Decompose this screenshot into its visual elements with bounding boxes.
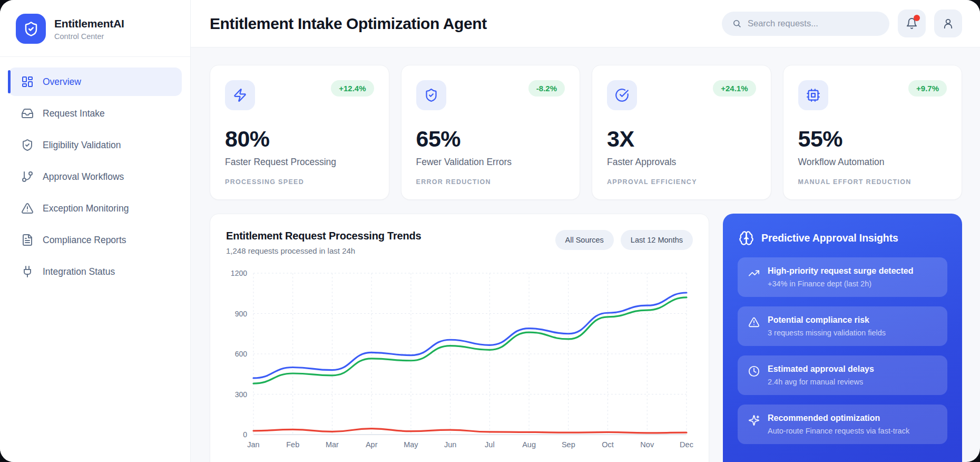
insight-item-compliance-risk[interactable]: Potential compliance risk 3 requests mis… bbox=[738, 306, 947, 346]
stat-label: Workflow Automation bbox=[798, 157, 947, 168]
top-bar: Entitlement Intake Optimization Agent bbox=[191, 0, 980, 47]
git-branch-icon bbox=[21, 170, 34, 183]
brain-icon bbox=[739, 230, 754, 246]
sidebar-item-label: Integration Status bbox=[43, 266, 115, 277]
stat-card-manual-effort: +9.7% 55% Workflow Automation MANUAL EFF… bbox=[783, 65, 963, 200]
insight-title: Recommended optimization bbox=[768, 413, 909, 423]
insight-title: Potential compliance risk bbox=[768, 315, 886, 325]
sidebar-item-integration-status[interactable]: Integration Status bbox=[8, 257, 182, 286]
sparkles-icon bbox=[748, 415, 760, 426]
stat-card-error-reduction: -8.2% 65% Fewer Validation Errors ERROR … bbox=[401, 65, 581, 200]
trend-badge: -8.2% bbox=[528, 80, 565, 97]
svg-text:Feb: Feb bbox=[286, 440, 299, 449]
predictive-insights-panel: Predictive Approval Insights High-priori… bbox=[723, 214, 962, 462]
sidebar-item-exception-monitoring[interactable]: Exception Monitoring bbox=[8, 194, 182, 223]
sidebar-item-label: Exception Monitoring bbox=[43, 203, 129, 214]
clock-icon bbox=[748, 365, 760, 377]
stat-sublabel: ERROR REDUCTION bbox=[416, 178, 565, 186]
line-chart-svg: 03006009001200JanFebMarAprMayJunJulAugSe… bbox=[226, 265, 694, 450]
cpu-icon bbox=[798, 80, 828, 110]
stat-card-processing-speed: +12.4% 80% Faster Request Processing PRO… bbox=[210, 65, 389, 200]
brand-subtitle: Control Center bbox=[54, 32, 124, 41]
brand-name: EntitlementAI bbox=[54, 17, 124, 30]
insight-item-surge[interactable]: High-priority request surge detected +34… bbox=[738, 257, 947, 297]
stat-label: Fewer Validation Errors bbox=[416, 157, 565, 168]
insight-title: Estimated approval delays bbox=[768, 364, 874, 374]
svg-text:Jul: Jul bbox=[485, 440, 495, 449]
alert-triangle-icon bbox=[748, 316, 760, 328]
brand: EntitlementAI Control Center bbox=[0, 0, 190, 57]
stat-label: Faster Approvals bbox=[607, 157, 756, 168]
chart-filters: All Sources Last 12 Months bbox=[555, 230, 693, 250]
sidebar-item-compliance-reports[interactable]: Compliance Reports bbox=[8, 226, 182, 254]
shield-check-icon bbox=[21, 139, 34, 151]
search-icon bbox=[732, 18, 741, 28]
dashboard-icon bbox=[21, 75, 34, 88]
svg-text:Nov: Nov bbox=[640, 440, 654, 449]
trends-chart-card: Entitlement Request Processing Trends 1,… bbox=[210, 214, 709, 462]
inbox-icon bbox=[21, 107, 34, 120]
main-area: Entitlement Intake Optimization Agent bbox=[191, 0, 980, 462]
page-title: Entitlement Intake Optimization Agent bbox=[210, 15, 487, 33]
sidebar-item-request-intake[interactable]: Request Intake bbox=[8, 99, 182, 128]
zap-icon bbox=[225, 80, 255, 110]
stat-value: 80% bbox=[225, 126, 374, 152]
trend-badge: +12.4% bbox=[331, 80, 374, 97]
sidebar-item-approval-workflows[interactable]: Approval Workflows bbox=[8, 162, 182, 191]
svg-text:Apr: Apr bbox=[366, 440, 378, 449]
chart-title: Entitlement Request Processing Trends bbox=[226, 230, 421, 242]
file-text-icon bbox=[21, 234, 34, 246]
circle-check-icon bbox=[607, 80, 637, 110]
svg-text:Mar: Mar bbox=[326, 440, 339, 449]
insight-title: High-priority request surge detected bbox=[768, 266, 914, 276]
sidebar-item-label: Overview bbox=[43, 76, 81, 88]
insights-title: Predictive Approval Insights bbox=[761, 232, 898, 244]
chart-subtitle: 1,248 requests processed in last 24h bbox=[226, 246, 421, 255]
svg-text:Dec: Dec bbox=[680, 440, 693, 449]
sidebar-item-label: Request Intake bbox=[43, 108, 105, 119]
sidebar-item-label: Eligibility Validation bbox=[43, 140, 121, 151]
sidebar-nav: Overview Request Intake Eligibility Vali… bbox=[0, 57, 190, 296]
bottom-row: Entitlement Request Processing Trends 1,… bbox=[210, 214, 962, 462]
search-box[interactable] bbox=[722, 12, 889, 36]
svg-text:0: 0 bbox=[243, 430, 247, 439]
top-bar-actions bbox=[722, 9, 962, 37]
app-window: EntitlementAI Control Center Overview Re… bbox=[0, 0, 980, 462]
filter-last-12-months-button[interactable]: Last 12 Months bbox=[621, 230, 693, 250]
trend-badge: +24.1% bbox=[713, 80, 756, 97]
stat-sublabel: PROCESSING SPEED bbox=[225, 178, 374, 186]
svg-text:1200: 1200 bbox=[231, 269, 247, 277]
filter-all-sources-button[interactable]: All Sources bbox=[555, 230, 614, 250]
insight-item-approval-delays[interactable]: Estimated approval delays 2.4h avg for m… bbox=[738, 355, 947, 395]
chart-header: Entitlement Request Processing Trends 1,… bbox=[226, 230, 693, 255]
insights-header: Predictive Approval Insights bbox=[738, 227, 947, 248]
notifications-button[interactable] bbox=[898, 9, 926, 37]
content: +12.4% 80% Faster Request Processing PRO… bbox=[191, 47, 980, 462]
svg-text:Oct: Oct bbox=[602, 440, 614, 449]
user-profile-button[interactable] bbox=[934, 9, 962, 37]
user-icon bbox=[942, 17, 954, 30]
svg-text:600: 600 bbox=[235, 350, 248, 358]
insight-subtitle: 2.4h avg for manual reviews bbox=[768, 378, 874, 386]
stat-value: 3X bbox=[607, 126, 756, 152]
shield-check-icon bbox=[416, 80, 446, 110]
trending-up-icon bbox=[748, 267, 760, 279]
svg-text:Sep: Sep bbox=[562, 440, 575, 449]
svg-text:May: May bbox=[404, 440, 418, 449]
svg-text:Jan: Jan bbox=[247, 440, 259, 449]
sidebar: EntitlementAI Control Center Overview Re… bbox=[0, 0, 191, 462]
stat-sublabel: MANUAL EFFORT REDUCTION bbox=[798, 178, 947, 186]
line-chart: 03006009001200JanFebMarAprMayJunJulAugSe… bbox=[226, 265, 693, 453]
sidebar-item-eligibility-validation[interactable]: Eligibility Validation bbox=[8, 131, 182, 159]
search-input[interactable] bbox=[748, 18, 879, 28]
stats-row: +12.4% 80% Faster Request Processing PRO… bbox=[210, 65, 962, 200]
stat-sublabel: APPROVAL EFFICIENCY bbox=[607, 178, 756, 186]
alert-triangle-icon bbox=[21, 202, 34, 215]
stat-card-approval-efficiency: +24.1% 3X Faster Approvals APPROVAL EFFI… bbox=[592, 65, 771, 200]
svg-text:900: 900 bbox=[235, 310, 248, 318]
plug-icon bbox=[21, 265, 34, 278]
notification-dot bbox=[914, 15, 920, 21]
insight-subtitle: 3 requests missing validation fields bbox=[768, 329, 886, 337]
insight-item-optimization[interactable]: Recommended optimization Auto-route Fina… bbox=[738, 405, 947, 444]
sidebar-item-overview[interactable]: Overview bbox=[8, 68, 182, 96]
